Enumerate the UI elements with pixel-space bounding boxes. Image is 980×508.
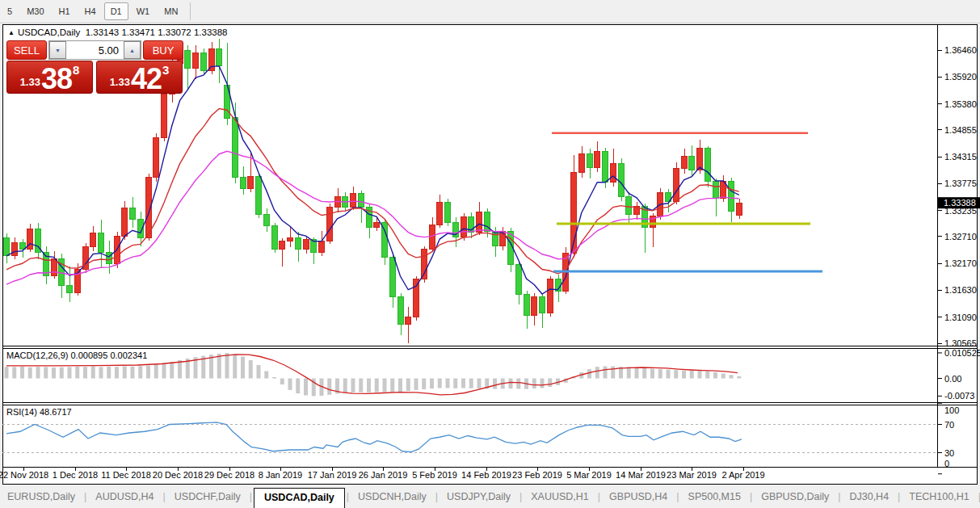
- bid-price-prefix: 1.33: [20, 76, 40, 88]
- svg-text:1.35920: 1.35920: [944, 72, 977, 82]
- tab-divider: |: [748, 491, 754, 502]
- toolbar-separator: [190, 2, 191, 20]
- bid-price-big: 38: [41, 67, 72, 91]
- ask-price-panel[interactable]: 1.33 42 3: [96, 61, 183, 94]
- svg-text:1.31090: 1.31090: [944, 313, 977, 322]
- svg-text:-0.0073: -0.0073: [944, 391, 974, 401]
- buy-button[interactable]: BUY: [143, 40, 183, 60]
- tab-divider: |: [434, 491, 440, 502]
- svg-text:1.36460: 1.36460: [944, 45, 977, 55]
- tab-divider: |: [675, 491, 680, 502]
- svg-text:26 Jan 2019: 26 Jan 2019: [359, 470, 408, 480]
- volume-spinner: ▼ 5.00 ▲: [48, 40, 141, 60]
- timeframe-button-h4[interactable]: H4: [78, 2, 103, 20]
- volume-decrease-button[interactable]: ▼: [49, 41, 66, 59]
- tab-gbpusd-daily[interactable]: GBPUSD,Daily: [754, 488, 836, 506]
- one-click-trading-widget: SELL ▼ 5.00 ▲ BUY 1.33 38 8 1.33 42 3: [6, 40, 183, 94]
- tab-divider: |: [518, 491, 524, 502]
- symbol-tab-bar: EURUSD,Daily|AUDUSD,H4|USDCHF,Daily|USDC…: [0, 485, 980, 508]
- timeframe-button-5[interactable]: 5: [1, 2, 19, 20]
- chart-title: ▲USDCAD,Daily 1.33143 1.33471 1.33072 1.…: [8, 27, 228, 37]
- collapse-triangle-icon[interactable]: ▲: [8, 29, 15, 36]
- tab-divider: |: [596, 491, 602, 502]
- svg-text:20 Dec 2018: 20 Dec 2018: [153, 470, 203, 480]
- ask-price-big: 42: [131, 67, 162, 91]
- svg-text:1.33775: 1.33775: [944, 178, 977, 188]
- svg-text:11 Dec 2018: 11 Dec 2018: [101, 470, 151, 480]
- timeframe-button-m30[interactable]: M30: [20, 2, 50, 20]
- current-price-tag: 1.33388: [938, 197, 980, 208]
- svg-text:23 Feb 2019: 23 Feb 2019: [512, 470, 562, 480]
- tab-usdcad-daily[interactable]: USDCAD,Daily: [254, 488, 345, 508]
- chart-symbol-label: USDCAD,Daily: [18, 27, 80, 37]
- timeframe-button-h1[interactable]: H1: [53, 2, 77, 20]
- tab-divider: |: [836, 491, 842, 502]
- date-axis: 22 Nov 20181 Dec 201811 Dec 201820 Dec 2…: [0, 468, 765, 480]
- tab-gbpusd-h4[interactable]: GBPUSD,H4: [602, 488, 675, 506]
- svg-text:1.30565: 1.30565: [944, 338, 977, 348]
- svg-text:14 Mar 2019: 14 Mar 2019: [616, 470, 666, 480]
- svg-text:5 Feb 2019: 5 Feb 2019: [412, 470, 457, 480]
- tab-usdcnh-daily[interactable]: USDCNH,Daily: [351, 488, 434, 506]
- ask-price-prefix: 1.33: [110, 76, 130, 88]
- tab-divider: |: [896, 491, 902, 502]
- tab-sp500-m15[interactable]: SP500,M15: [681, 488, 748, 506]
- tab-xauusd-h1[interactable]: XAUUSD,H1: [524, 488, 596, 506]
- tab-usdjpy-daily[interactable]: USDJPY,Daily: [440, 488, 518, 506]
- tab-usdchf-daily[interactable]: USDCHF,Daily: [167, 488, 248, 506]
- svg-text:1.32170: 1.32170: [944, 258, 977, 268]
- tab-divider: |: [248, 491, 254, 502]
- svg-text:70: 70: [944, 420, 954, 430]
- sell-button[interactable]: SELL: [6, 40, 47, 60]
- svg-text:14 Feb 2019: 14 Feb 2019: [461, 470, 511, 480]
- svg-text:1 Dec 2018: 1 Dec 2018: [53, 470, 98, 480]
- macd-indicator-label: MACD(12,26,9) 0.000895 0.002341: [6, 351, 147, 360]
- svg-text:5 Mar 2019: 5 Mar 2019: [566, 470, 612, 480]
- svg-text:1.34315: 1.34315: [944, 152, 977, 162]
- svg-text:1.33388: 1.33388: [944, 198, 976, 208]
- tab-divider: |: [162, 491, 167, 502]
- tab-eurusd-daily[interactable]: EURUSD,Daily: [0, 488, 82, 506]
- svg-text:0: 0: [944, 459, 949, 468]
- tab-divider: |: [82, 491, 88, 502]
- svg-text:29 Dec 2018: 29 Dec 2018: [204, 470, 254, 480]
- volume-input[interactable]: 5.00: [66, 41, 124, 59]
- svg-text:30: 30: [944, 448, 954, 458]
- bid-price-panel[interactable]: 1.33 38 8: [6, 61, 93, 94]
- timeframe-button-d1[interactable]: D1: [104, 2, 128, 20]
- ask-price-sup: 3: [162, 63, 169, 77]
- svg-text:22 Nov 2018: 22 Nov 2018: [0, 470, 48, 480]
- tab-divider: |: [345, 491, 351, 502]
- svg-text:1.31630: 1.31630: [944, 285, 977, 295]
- svg-text:1.34855: 1.34855: [944, 125, 977, 135]
- chart-ohlc-values: 1.33143 1.33471 1.33072 1.33388: [86, 27, 228, 37]
- tab-dj30-h4[interactable]: DJ30,H4: [842, 488, 896, 506]
- tab-audusd-h4[interactable]: AUDUSD,H4: [88, 488, 161, 506]
- svg-text:100: 100: [944, 405, 959, 415]
- timeframe-button-w1[interactable]: W1: [130, 2, 157, 20]
- svg-text:8 Jan 2019: 8 Jan 2019: [259, 470, 302, 480]
- chart-window: 1.364601.359201.353801.348551.343151.337…: [0, 23, 980, 485]
- svg-text:1.35380: 1.35380: [944, 99, 977, 109]
- bid-price-sup: 8: [73, 63, 79, 77]
- svg-text:0.00: 0.00: [944, 374, 961, 384]
- rsi-indicator-label: RSI(14) 48.6717: [6, 407, 72, 417]
- svg-text:17 Jan 2019: 17 Jan 2019: [308, 470, 357, 480]
- tab-divider: |: [977, 491, 980, 502]
- svg-text:2 Apr 2019: 2 Apr 2019: [721, 470, 764, 480]
- svg-text:1.32710: 1.32710: [944, 232, 977, 241]
- timeframe-toolbar: 5M30H1H4D1W1MN: [0, 0, 980, 23]
- volume-increase-button[interactable]: ▲: [124, 41, 141, 59]
- svg-text:0.010525: 0.010525: [944, 348, 980, 358]
- svg-text:23 Mar 2019: 23 Mar 2019: [667, 470, 717, 480]
- tab-tech100-h1[interactable]: TECH100,H1: [902, 488, 976, 506]
- timeframe-button-mn[interactable]: MN: [158, 2, 184, 20]
- mt4-window: 5M30H1H4D1W1MN 1.364601.359201.353801.34…: [0, 0, 980, 508]
